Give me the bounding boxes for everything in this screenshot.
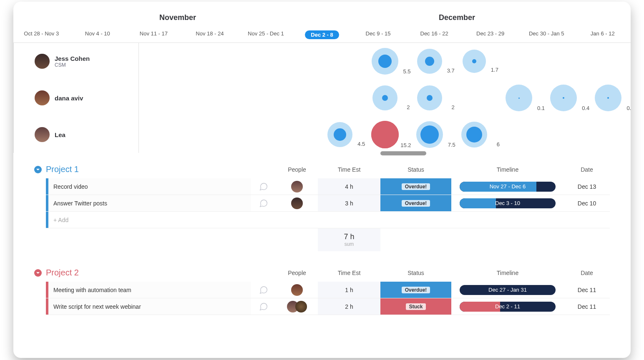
- workload-cell[interactable]: 1.7: [452, 50, 496, 73]
- week-cell[interactable]: Oct 28 - Nov 3: [13, 30, 70, 39]
- person-row: Jess CohenCSM5.53.71.7: [13, 43, 631, 80]
- table-row[interactable]: Meeting with automation team1 hOverdue!D…: [46, 282, 610, 298]
- week-cell[interactable]: Dec 30 - Jan 5: [518, 30, 575, 39]
- person-name: Lea: [55, 131, 65, 138]
- workload-cell[interactable]: 0.4: [541, 85, 586, 111]
- table-row[interactable]: Record video4 hOverdue!Nov 27 - Dec 6Dec…: [46, 178, 610, 195]
- avatar[interactable]: [35, 54, 50, 69]
- col-timeline: Timeline: [451, 270, 564, 276]
- col-people: People: [276, 166, 318, 173]
- comment-icon[interactable]: [251, 182, 276, 191]
- task-name[interactable]: Meeting with automation team: [48, 282, 251, 298]
- month-label-dec: December: [305, 13, 631, 22]
- avatar[interactable]: [291, 284, 303, 296]
- avatar[interactable]: [295, 301, 307, 312]
- workload-cell[interactable]: 6: [452, 122, 496, 148]
- week-cell[interactable]: Dec 9 - 15: [350, 30, 406, 39]
- status-cell[interactable]: Overdue!: [380, 178, 451, 195]
- avatar[interactable]: [291, 198, 303, 209]
- table-row[interactable]: Write script for next week webinar2 hStu…: [46, 298, 610, 315]
- week-cell[interactable]: Nov 18 - 24: [182, 30, 238, 39]
- task-name[interactable]: Record video: [48, 178, 251, 195]
- week-cell[interactable]: Nov 25 - Dec 1: [238, 30, 294, 39]
- person-row: dana aviv220.10.40.4: [13, 80, 631, 116]
- month-row: November December: [13, 13, 631, 22]
- comment-icon[interactable]: [251, 285, 276, 295]
- time-est-cell[interactable]: 3 h: [318, 195, 380, 211]
- workload-cell[interactable]: 2: [407, 85, 452, 110]
- person-role: CSM: [55, 62, 90, 68]
- person-name: dana aviv: [55, 95, 83, 102]
- week-cell[interactable]: Dec 23 - 29: [462, 30, 518, 39]
- comment-icon[interactable]: [251, 302, 276, 311]
- status-cell[interactable]: Overdue!: [380, 282, 451, 298]
- workload-value: 0.4: [626, 105, 631, 111]
- week-cell[interactable]: Nov 11 - 17: [126, 30, 182, 39]
- task-name[interactable]: Answer Twitter posts: [48, 195, 251, 211]
- comment-icon[interactable]: [251, 199, 276, 208]
- workload-cell[interactable]: 4.5: [318, 122, 362, 147]
- week-cell[interactable]: Jan 6 - 12: [574, 30, 631, 39]
- month-label-nov: November: [138, 13, 305, 22]
- workload-grid: Jess CohenCSM5.53.71.7dana aviv220.10.40…: [13, 43, 631, 153]
- date-cell[interactable]: Dec 11: [564, 303, 610, 310]
- time-est-cell[interactable]: 4 h: [318, 178, 380, 195]
- col-date: Date: [564, 270, 610, 276]
- workload-value: 1.7: [491, 67, 498, 73]
- workload-cell[interactable]: 0.1: [497, 85, 541, 111]
- col-time: Time Est: [318, 166, 380, 173]
- col-time: Time Est: [318, 270, 380, 276]
- col-status: Status: [380, 270, 451, 276]
- people-cell[interactable]: [276, 198, 318, 209]
- people-cell[interactable]: [276, 301, 318, 312]
- time-est-cell[interactable]: 1 h: [318, 282, 380, 298]
- col-timeline: Timeline: [451, 166, 564, 173]
- project-title[interactable]: Project 2: [46, 268, 79, 278]
- workload-value: 6: [497, 141, 500, 148]
- date-cell[interactable]: Dec 10: [564, 200, 610, 207]
- workload-cell[interactable]: 0.4: [586, 85, 631, 111]
- week-cell[interactable]: Dec 2 - 8: [294, 30, 350, 39]
- week-row: Oct 28 - Nov 3Nov 4 - 10Nov 11 - 17Nov 1…: [13, 30, 631, 43]
- add-item-button[interactable]: + Add: [48, 217, 610, 223]
- active-week-pill[interactable]: Dec 2 - 8: [305, 30, 339, 39]
- person-name: Jess Cohen: [55, 55, 90, 62]
- time-sum-cell: 7 hsum: [318, 228, 380, 251]
- workload-cell[interactable]: 5.5: [362, 48, 407, 75]
- collapse-icon[interactable]: [34, 166, 42, 173]
- date-cell[interactable]: Dec 11: [564, 287, 610, 293]
- date-cell[interactable]: Dec 13: [564, 183, 610, 190]
- avatar[interactable]: [35, 90, 50, 105]
- avatar[interactable]: [35, 127, 50, 142]
- col-status: Status: [380, 166, 451, 173]
- timeline-cell[interactable]: Dec 2 - 11: [451, 300, 564, 313]
- scrollbar-thumb[interactable]: [380, 151, 426, 155]
- workload-cell[interactable]: 15.2: [362, 121, 407, 148]
- person-row: Lea4.515.27.56: [13, 116, 631, 153]
- week-cell[interactable]: Nov 4 - 10: [70, 30, 126, 39]
- people-cell[interactable]: [276, 284, 318, 296]
- project-title[interactable]: Project 1: [46, 165, 79, 174]
- table-row[interactable]: Answer Twitter posts3 hOverdue!Dec 3 - 1…: [46, 195, 610, 212]
- workload-cell[interactable]: 7.5: [407, 121, 452, 148]
- timeline-cell[interactable]: Dec 27 - Jan 31: [451, 283, 564, 297]
- people-cell[interactable]: [276, 181, 318, 192]
- workload-cell[interactable]: 3.7: [407, 49, 452, 74]
- workload-cell[interactable]: 2: [362, 85, 407, 110]
- col-people: People: [276, 270, 318, 276]
- timeline-cell[interactable]: Nov 27 - Dec 6: [451, 180, 564, 193]
- workload-value: 2: [451, 104, 454, 110]
- week-cell[interactable]: Dec 16 - 22: [406, 30, 463, 39]
- col-date: Date: [564, 166, 610, 173]
- task-name[interactable]: Write script for next week webinar: [48, 298, 251, 315]
- avatar[interactable]: [291, 181, 303, 192]
- status-cell[interactable]: Stuck: [380, 298, 451, 315]
- time-est-cell[interactable]: 2 h: [318, 298, 380, 315]
- status-cell[interactable]: Overdue!: [380, 195, 451, 211]
- timeline-cell[interactable]: Dec 3 - 10: [451, 197, 564, 210]
- collapse-icon[interactable]: [34, 269, 42, 277]
